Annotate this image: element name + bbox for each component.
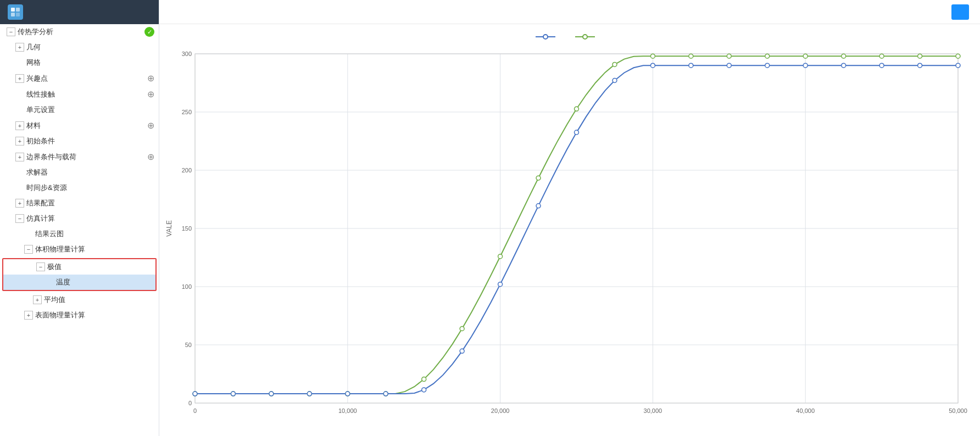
svg-text:250: 250: [182, 109, 192, 115]
svg-point-52: [918, 54, 922, 58]
expand-icon-surface-physics[interactable]: +: [24, 311, 33, 320]
expand-icon-materials[interactable]: +: [15, 121, 24, 130]
sidebar-label-unit-settings: 单元设置: [26, 105, 154, 115]
sidebar-item-simulation-calc[interactable]: −仿真计算: [0, 211, 159, 226]
action-icon-boundary-conditions[interactable]: ⊕: [147, 152, 154, 162]
action-button[interactable]: [951, 4, 969, 20]
svg-point-51: [879, 54, 884, 58]
expand-icon-volume-physics[interactable]: −: [24, 245, 33, 254]
sidebar-label-linear-contact: 线性接触: [26, 90, 147, 99]
expand-icon-solver[interactable]: [15, 168, 24, 177]
sidebar-item-result-config[interactable]: +结果配置: [0, 195, 159, 211]
expand-icon-result-cloud[interactable]: [24, 230, 33, 238]
svg-point-59: [383, 392, 388, 396]
sidebar-item-extrema[interactable]: −极值: [3, 259, 155, 275]
svg-point-71: [842, 63, 846, 68]
status-icon-heat-analysis: ✓: [144, 27, 154, 37]
svg-point-68: [727, 63, 731, 68]
sidebar-label-result-config: 结果配置: [26, 198, 154, 208]
sidebar-item-initial-conditions[interactable]: +初始条件: [0, 133, 159, 149]
svg-point-56: [269, 392, 274, 396]
sidebar-label-surface-physics: 表面物理量计算: [35, 310, 154, 320]
expand-icon-initial-conditions[interactable]: +: [15, 137, 24, 146]
svg-point-39: [422, 377, 426, 382]
action-icon-materials[interactable]: ⊕: [147, 120, 154, 131]
highlight-box: −极值温度: [2, 258, 157, 291]
svg-point-70: [803, 63, 808, 68]
sidebar-item-mesh[interactable]: 网格: [0, 55, 159, 70]
svg-point-65: [612, 78, 617, 82]
sidebar-label-mesh: 网格: [26, 58, 154, 68]
sidebar-item-boundary-conditions[interactable]: +边界条件与载荷⊕: [0, 149, 159, 165]
sidebar-item-result-cloud[interactable]: 结果云图: [0, 226, 159, 242]
expand-icon-heat-analysis[interactable]: −: [7, 27, 15, 36]
svg-point-54: [193, 392, 197, 396]
sidebar-label-materials: 材料: [26, 121, 147, 131]
expand-icon-simulation-calc[interactable]: −: [15, 214, 24, 223]
legend-item-max: [575, 33, 598, 41]
sidebar-label-temperature: 温度: [56, 277, 151, 287]
sidebar-item-geometry[interactable]: +几何: [0, 40, 159, 55]
sidebar-label-extrema: 极值: [47, 262, 151, 272]
svg-text:10,000: 10,000: [338, 407, 357, 414]
svg-text:0: 0: [193, 407, 197, 414]
expand-icon-boundary-conditions[interactable]: +: [15, 153, 24, 161]
svg-point-62: [498, 282, 503, 287]
sidebar-item-materials[interactable]: +材料⊕: [0, 118, 159, 133]
svg-point-66: [650, 63, 655, 68]
svg-text:0: 0: [188, 400, 192, 406]
expand-icon-mesh[interactable]: [15, 58, 24, 67]
sidebar-item-average[interactable]: +平均值: [0, 292, 159, 308]
expand-icon-result-config[interactable]: +: [15, 199, 24, 208]
svg-point-46: [689, 54, 693, 58]
svg-point-53: [956, 54, 960, 58]
sidebar-item-interest-points[interactable]: +兴趣点⊕: [0, 70, 159, 86]
svg-rect-0: [11, 8, 15, 12]
expand-icon-geometry[interactable]: +: [15, 43, 24, 52]
svg-text:200: 200: [182, 167, 192, 174]
svg-point-43: [575, 107, 579, 111]
sidebar-label-volume-physics: 体积物理量计算: [35, 244, 154, 254]
sidebar-item-linear-contact[interactable]: 线性接触⊕: [0, 86, 159, 102]
svg-point-73: [918, 63, 922, 68]
sidebar-item-temperature[interactable]: 温度: [3, 275, 155, 290]
expand-icon-temperature[interactable]: [45, 278, 54, 287]
svg-point-74: [956, 63, 960, 68]
expand-icon-unit-settings[interactable]: [15, 105, 24, 114]
action-icon-interest-points[interactable]: ⊕: [147, 73, 154, 83]
svg-text:50: 50: [185, 342, 192, 348]
svg-point-45: [650, 54, 655, 58]
svg-text:40,000: 40,000: [796, 407, 815, 414]
expand-icon-linear-contact[interactable]: [15, 90, 24, 99]
svg-point-50: [842, 54, 846, 58]
svg-point-40: [460, 327, 464, 331]
sidebar-item-solver[interactable]: 求解器: [0, 165, 159, 180]
sidebar-item-heat-analysis[interactable]: −传热学分析✓: [0, 24, 159, 40]
svg-point-49: [803, 54, 808, 58]
svg-text:100: 100: [182, 283, 192, 290]
expand-icon-timestep[interactable]: [15, 183, 24, 192]
expand-icon-extrema[interactable]: −: [36, 262, 45, 271]
action-icon-linear-contact[interactable]: ⊕: [147, 89, 154, 99]
svg-rect-2: [11, 13, 15, 16]
sidebar-item-timestep[interactable]: 时间步&资源: [0, 180, 159, 195]
sidebar-item-unit-settings[interactable]: 单元设置: [0, 102, 159, 118]
chart-container: 050100150200250300010,00020,00030,00040,…: [165, 48, 969, 427]
sidebar-label-interest-points: 兴趣点: [26, 74, 147, 83]
sidebar-item-volume-physics[interactable]: −体积物理量计算: [0, 242, 159, 257]
expand-icon-interest-points[interactable]: +: [15, 74, 24, 83]
sidebar-tree: −传热学分析✓+几何网格+兴趣点⊕线性接触⊕单元设置+材料⊕+初始条件+边界条件…: [0, 24, 159, 436]
svg-point-64: [575, 130, 579, 135]
line-chart: 050100150200250300010,00020,00030,00040,…: [165, 48, 969, 425]
legend-item-min: [536, 33, 559, 41]
sidebar-item-surface-physics[interactable]: +表面物理量计算: [0, 308, 159, 323]
svg-point-63: [536, 204, 541, 208]
expand-icon-average[interactable]: +: [33, 295, 42, 304]
svg-point-69: [765, 63, 770, 68]
svg-point-57: [307, 392, 311, 396]
sidebar-label-timestep: 时间步&资源: [26, 183, 154, 193]
svg-point-42: [536, 176, 541, 180]
sidebar-label-simulation-calc: 仿真计算: [26, 214, 154, 223]
sidebar-label-initial-conditions: 初始条件: [26, 136, 154, 146]
main-header: [159, 0, 980, 24]
